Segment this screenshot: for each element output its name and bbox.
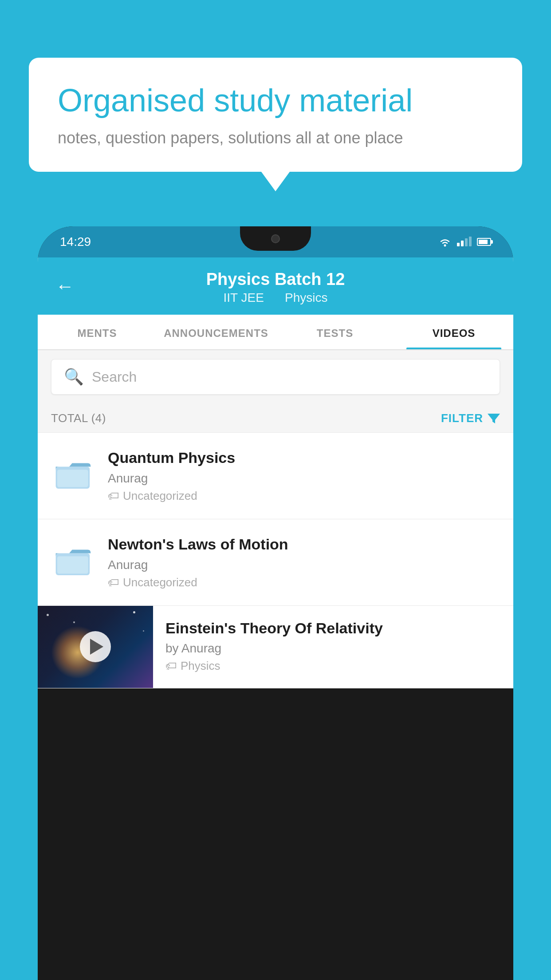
status-time: 14:29 [60, 235, 91, 249]
tag-icon: 🏷 [108, 489, 119, 503]
speech-bubble-container: Organised study material notes, question… [29, 58, 522, 172]
subtitle-iitjee: IIT JEE [224, 291, 264, 304]
tab-announcements[interactable]: ANNOUNCEMENTS [157, 315, 276, 349]
app-header: ← Physics Batch 12 IIT JEE Physics [38, 257, 513, 315]
filter-icon [488, 414, 500, 423]
app-title: Physics Batch 12 [206, 270, 345, 289]
video-author: Anurag [108, 558, 500, 572]
video-title: Quantum Physics [108, 449, 500, 467]
svg-rect-3 [57, 470, 88, 487]
wifi-icon [438, 237, 452, 247]
back-button[interactable]: ← [55, 276, 74, 297]
app-subtitle: IIT JEE Physics [220, 291, 331, 305]
tag-icon: 🏷 [108, 576, 119, 589]
video-info-3: Einstein's Theory Of Relativity by Anura… [153, 606, 513, 687]
bubble-subtitle: notes, question papers, solutions all at… [58, 129, 493, 147]
video-list: Quantum Physics Anurag 🏷 Uncategorized [38, 433, 513, 688]
tag-icon: 🏷 [165, 659, 177, 673]
subtitle-physics: Physics [285, 291, 327, 304]
folder-thumb-2 [51, 535, 95, 584]
list-item[interactable]: Newton's Laws of Motion Anurag 🏷 Uncateg… [38, 519, 513, 606]
status-icons [438, 237, 491, 247]
front-camera [271, 234, 280, 243]
svg-point-0 [444, 245, 446, 247]
video-author: by Anurag [165, 641, 500, 656]
video-tag: 🏷 Uncategorized [108, 489, 500, 503]
play-button[interactable] [80, 631, 111, 662]
tag-label: Physics [181, 659, 220, 673]
tabs-bar: MENTS ANNOUNCEMENTS TESTS VIDEOS [38, 315, 513, 350]
list-item[interactable]: Quantum Physics Anurag 🏷 Uncategorized [38, 433, 513, 519]
video-title: Einstein's Theory Of Relativity [165, 619, 500, 637]
tab-tests[interactable]: TESTS [276, 315, 394, 349]
video-tag: 🏷 Physics [165, 659, 500, 673]
video-info-2: Newton's Laws of Motion Anurag 🏷 Uncateg… [108, 535, 500, 589]
phone-screen: ← Physics Batch 12 IIT JEE Physics MENTS… [38, 257, 513, 688]
total-count: TOTAL (4) [51, 411, 106, 425]
phone-outer: 14:29 [38, 226, 513, 980]
phone-notch [240, 226, 311, 251]
tag-label: Uncategorized [123, 576, 197, 589]
search-bar[interactable]: 🔍 Search [51, 359, 500, 395]
search-icon: 🔍 [64, 368, 84, 386]
search-bar-container: 🔍 Search [38, 350, 513, 403]
search-placeholder: Search [92, 369, 137, 385]
video-title: Newton's Laws of Motion [108, 535, 500, 553]
video-tag: 🏷 Uncategorized [108, 576, 500, 589]
tag-label: Uncategorized [123, 489, 197, 503]
video-thumbnail [38, 606, 153, 688]
tab-ments[interactable]: MENTS [38, 315, 157, 349]
svg-rect-5 [57, 556, 88, 573]
folder-thumb-1 [51, 449, 95, 498]
battery-icon [477, 238, 491, 246]
list-item[interactable]: Einstein's Theory Of Relativity by Anura… [38, 606, 513, 688]
filter-row: TOTAL (4) FILTER [38, 403, 513, 433]
status-bar: 14:29 [38, 226, 513, 257]
folder-icon [53, 540, 93, 580]
video-info-1: Quantum Physics Anurag 🏷 Uncategorized [108, 449, 500, 503]
tab-videos[interactable]: VIDEOS [394, 315, 513, 349]
filter-button[interactable]: FILTER [441, 411, 500, 425]
play-icon [90, 639, 103, 655]
bubble-title: Organised study material [58, 82, 493, 119]
phone-mockup: 14:29 [38, 226, 513, 980]
signal-icon [457, 237, 472, 246]
speech-bubble: Organised study material notes, question… [29, 58, 522, 172]
folder-icon [53, 453, 93, 493]
svg-marker-1 [488, 414, 500, 423]
video-author: Anurag [108, 471, 500, 486]
filter-label: FILTER [441, 411, 483, 425]
